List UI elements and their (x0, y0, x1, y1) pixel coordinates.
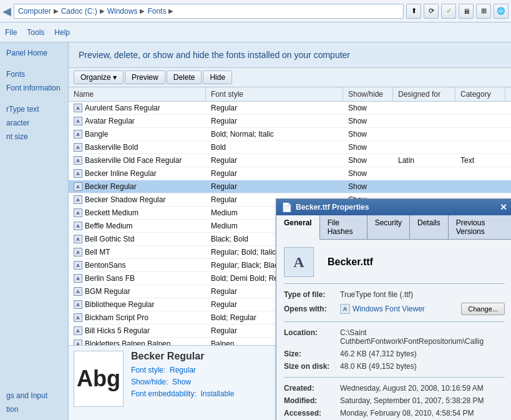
crumb-fonts[interactable]: Fonts (147, 7, 166, 16)
refresh-icon[interactable]: ⟳ (424, 4, 439, 19)
nav-back-icon[interactable]: ◀ (2, 4, 11, 18)
preview-button[interactable]: Preview (125, 71, 165, 84)
menu-file[interactable]: File (5, 28, 17, 37)
globe-icon[interactable]: 🌐 (494, 4, 509, 19)
crumb-sep-3: ▶ (140, 7, 145, 14)
content-header: Preview, delete, or show and hide the fo… (69, 42, 511, 68)
font-category (455, 185, 505, 188)
dialog-created-label: Created: (284, 384, 340, 393)
font-icon: A (74, 117, 82, 125)
font-icon: A (74, 300, 82, 309)
dialog-location-value: C:\Saint Cuthbert\Fontwork\FontRepositor… (340, 328, 505, 346)
font-style: Bold (206, 141, 343, 154)
table-row[interactable]: A Bangle Bold; Normal; Italic Show (69, 128, 511, 141)
sidebar-item-rtype[interactable]: rType text (4, 104, 64, 115)
action-bar: Organize ▾ Preview Delete Hide (69, 68, 511, 87)
sidebar-item-font-size[interactable]: nt size (4, 131, 64, 142)
sidebar-item-font-information[interactable]: Font information (4, 82, 64, 94)
crumb-sep-2: ▶ (100, 7, 105, 14)
font-icon: A (74, 130, 82, 139)
font-style: Regular (206, 167, 343, 180)
dialog-accessed-label: Accessed: (284, 409, 340, 418)
table-row[interactable]: A Baskerville Old Face Regular Regular S… (69, 154, 511, 167)
font-name: Becker Shadow Regular (85, 195, 165, 204)
nav-up-icon[interactable]: ⬆ (406, 4, 421, 19)
dialog-close-button[interactable]: ✕ (500, 202, 507, 212)
font-show: Show (343, 141, 393, 154)
col-designed[interactable]: Designed for (393, 87, 455, 101)
preview-style-label: Font style: (131, 366, 165, 374)
font-category: Text (455, 154, 505, 167)
opens-with-icon: A (340, 304, 350, 314)
font-category (455, 119, 505, 123)
preview-embed-value: Installable (200, 389, 234, 398)
font-icon: A (74, 313, 82, 322)
menu-help[interactable]: Help (54, 28, 70, 37)
tab-previous-versions[interactable]: Previous Versions (449, 215, 511, 239)
table-row[interactable]: A Baskerville Bold Bold Show (69, 141, 511, 154)
dialog-location-label: Location: (284, 328, 340, 346)
dialog-modified-label: Modified: (284, 396, 340, 405)
col-category[interactable]: Category (455, 87, 505, 101)
dialog-titlebar: 📄 Becker.ttf Properties ✕ (276, 199, 511, 215)
table-row[interactable]: A Avatar Regular Regular Show (69, 115, 511, 128)
grid-icon[interactable]: ⊞ (476, 4, 491, 19)
preview-sample-text: Abg (77, 366, 120, 392)
tab-security[interactable]: Security (367, 215, 410, 239)
change-button[interactable]: Change... (461, 303, 505, 315)
font-category (455, 172, 505, 175)
dialog-general-content: A Becker.ttf Type of file: TrueType font… (276, 240, 511, 420)
table-header: Name Font style Show/hide Designed for C… (69, 87, 511, 102)
crumb-windows[interactable]: Windows (107, 7, 138, 16)
sidebar-item-character[interactable]: aracter (4, 117, 64, 129)
table-row[interactable]: A Becker Regular Regular Show (69, 180, 511, 193)
check-icon[interactable]: ✓ (441, 4, 456, 19)
dialog-created-value: Wednesday, August 20, 2008, 10:16:59 AM (340, 384, 505, 393)
font-name: Bickham Script Pro (85, 313, 148, 322)
sidebar-item-gs-input[interactable]: gs and Input (4, 390, 64, 401)
font-name: BGM Regular (85, 287, 130, 296)
tab-details[interactable]: Details (410, 215, 449, 239)
tab-general[interactable]: General (276, 215, 320, 240)
font-icon: A (74, 274, 82, 283)
col-name[interactable]: Name (69, 87, 206, 101)
font-name: Berlin Sans FB (85, 274, 135, 283)
hide-button[interactable]: Hide (203, 71, 232, 84)
sidebar-item-fonts[interactable]: Fonts (4, 69, 64, 80)
font-style: Bold; Normal; Italic (206, 128, 343, 140)
dialog-size-disk-row: Size on disk: 48.0 KB (49,152 bytes) (284, 362, 505, 371)
font-name: Avatar Regular (85, 117, 135, 125)
monitor-icon[interactable]: 🖥 (459, 4, 474, 19)
col-style[interactable]: Font style (206, 87, 343, 101)
font-icon: A (74, 326, 82, 335)
organize-button[interactable]: Organize ▾ (74, 71, 124, 84)
delete-button[interactable]: Delete (167, 71, 202, 84)
font-name: Baskerville Bold (85, 143, 138, 152)
table-row[interactable]: A Becker Inline Regular Regular Show (69, 167, 511, 180)
tab-file-hashes[interactable]: File Hashes (320, 215, 367, 239)
sidebar-item-panel-home[interactable]: Panel Home (4, 47, 64, 59)
crumb-cadoc[interactable]: Cadoc (C:) (61, 7, 97, 16)
menu-tools[interactable]: Tools (27, 28, 44, 37)
font-icon: A (74, 235, 82, 243)
dialog-sep-1 (284, 283, 505, 284)
dialog-modified-value: Saturday, September 01, 2007, 5:38:28 PM (340, 396, 505, 405)
sidebar-item-tion[interactable]: tion (4, 404, 64, 415)
page-title: Preview, delete, or show and hide the fo… (79, 50, 501, 60)
col-show[interactable]: Show/hide (343, 87, 393, 101)
font-designed (393, 145, 455, 149)
crumb-computer[interactable]: Computer (18, 7, 51, 16)
preview-show-label: Show/hide: (131, 378, 168, 386)
dialog-opens-row: Opens with: A Windows Font Viewer Change… (284, 303, 505, 315)
font-icon: A (74, 195, 82, 204)
font-icon: A (74, 104, 82, 112)
dialog-type-label: Type of file: (284, 290, 340, 299)
font-show: Show (343, 167, 393, 180)
font-icon: A (74, 261, 82, 270)
table-row[interactable]: A Aurulent Sans Regular Regular Show (69, 102, 511, 115)
properties-dialog[interactable]: 📄 Becker.ttf Properties ✕ General File H… (276, 198, 511, 420)
dialog-size-label: Size: (284, 349, 340, 358)
dialog-created-row: Created: Wednesday, August 20, 2008, 10:… (284, 384, 505, 393)
crumb-sep-1: ▶ (54, 7, 59, 14)
font-show: Show (343, 102, 393, 114)
